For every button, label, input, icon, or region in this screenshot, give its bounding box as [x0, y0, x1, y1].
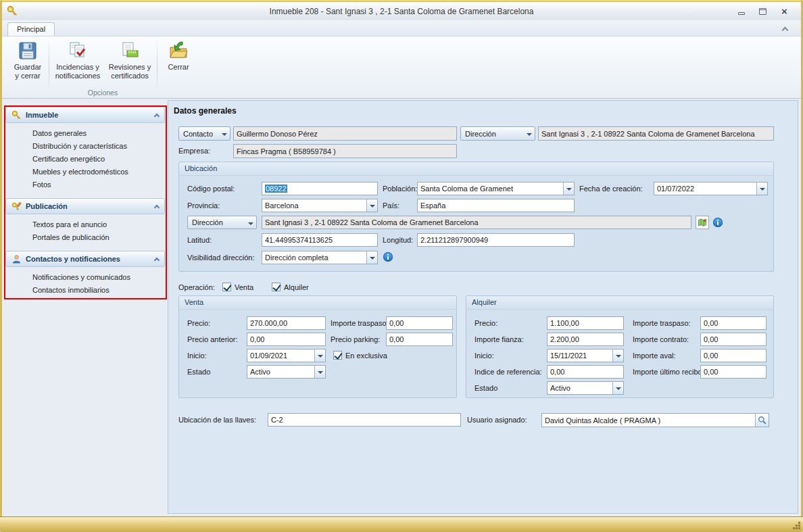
sidebar-item-contactos-inmobiliarios[interactable]: Contactos inmobiliarios — [5, 284, 165, 297]
sidebar-item-portales-publicacion[interactable]: Portales de publicación — [5, 231, 165, 244]
sidebar-group-contactos-notificaciones[interactable]: Contactos y notificaciones — [5, 251, 165, 267]
ribbon-collapse-button[interactable] — [777, 24, 793, 34]
direccion-selector-ubicacion[interactable]: Dirección — [187, 216, 257, 229]
dropdown-arrow-icon — [246, 216, 256, 228]
minimize-button[interactable] — [733, 5, 750, 17]
alquiler-group-title: Alquiler — [466, 296, 773, 310]
button-label: Revisiones y — [109, 63, 151, 72]
importe-aval-label: Importe aval: — [633, 349, 676, 362]
venta-inicio-date-select[interactable]: 01/09/2021 — [247, 349, 326, 362]
poblacion-select[interactable]: Santa Coloma de Gramenet — [417, 182, 575, 195]
incidencias-notificaciones-button[interactable]: Incidencias y notificaciones — [51, 39, 104, 87]
ubicacion-llaves-input[interactable]: C-2 — [268, 413, 461, 427]
direccion-value-field[interactable]: Sant Ignasi 3 , 2-1 08922 Santa Coloma d… — [538, 126, 774, 141]
venta-importe-traspaso-input[interactable]: 0,00 — [386, 316, 453, 330]
search-user-button[interactable] — [755, 414, 769, 427]
save-and-close-button[interactable]: Guardar y cerrar — [9, 39, 47, 87]
contacto-value-field[interactable]: Guillermo Donoso Pérez — [233, 126, 457, 141]
sidebar-item-datos-generales[interactable]: Datos generales — [5, 127, 165, 140]
alquiler-importe-traspaso-input[interactable]: 0,00 — [700, 316, 766, 330]
contacto-selector[interactable]: Contacto — [178, 126, 230, 141]
pais-input[interactable]: España — [417, 199, 575, 212]
importe-aval-input[interactable]: 0,00 — [700, 349, 766, 362]
button-label: Incidencias y — [56, 63, 99, 72]
venta-estado-select[interactable]: Activo — [247, 365, 326, 379]
venta-precio-parking-input[interactable]: 0,00 — [386, 333, 453, 346]
save-icon — [18, 41, 38, 61]
alquiler-precio-input[interactable]: 1.100,00 — [547, 316, 624, 330]
venta-precio-anterior-input[interactable]: 0,00 — [247, 333, 326, 346]
revisiones-certificados-button[interactable]: Revisiones y certificados — [105, 39, 155, 87]
sidebar-group-items: Textos para el anuncio Portales de publi… — [5, 214, 165, 251]
dropdown-arrow-icon — [314, 366, 325, 378]
minimize-icon — [738, 12, 745, 15]
ribbon-separator — [49, 41, 49, 95]
provincia-select[interactable]: Barcelona — [262, 199, 378, 212]
sidebar-item-muebles-electrodomesticos[interactable]: Muebles y electrodomésticos — [5, 166, 165, 178]
latitud-input[interactable]: 41.44995374113625 — [262, 233, 378, 247]
provincia-label: Provincia: — [187, 199, 220, 212]
tab-principal[interactable]: Principal — [7, 22, 55, 36]
alquiler-inicio-date-select[interactable]: 15/11/2021 — [547, 349, 624, 362]
map-button[interactable] — [696, 216, 709, 229]
codigo-postal-label: Código postal: — [187, 182, 235, 195]
alquiler-estado-select[interactable]: Activo — [547, 381, 624, 395]
dropdown-arrow-icon — [612, 382, 623, 394]
sidebar-item-notificaciones-comunicados[interactable]: Notificaciones y comunicados — [5, 271, 165, 284]
incidents-icon — [68, 41, 88, 61]
longitud-input[interactable]: 2.211212897900949 — [417, 233, 575, 247]
codigo-postal-input[interactable]: 08922 — [262, 182, 378, 195]
sidebar-group-title: Inmueble — [26, 111, 151, 119]
importe-contrato-input[interactable]: 0,00 — [700, 333, 766, 346]
resize-grip[interactable] — [792, 521, 800, 529]
button-label: Guardar — [14, 63, 41, 72]
direccion-selector[interactable]: Dirección — [460, 126, 535, 141]
venta-importe-traspaso-label: Importe traspaso: — [331, 316, 389, 330]
cerrar-button[interactable]: Cerrar — [160, 39, 197, 87]
dropdown-arrow-icon — [366, 251, 377, 264]
window-buttons: × — [733, 5, 793, 17]
fecha-creacion-select[interactable]: 01/07/2022 — [654, 182, 768, 195]
importe-ultimo-recibo-input[interactable]: 0,00 — [700, 365, 766, 379]
window-title: Inmueble 208 - Sant Ignasi 3 , 2-1 Santa… — [83, 7, 720, 16]
ubicacion-llaves-label: Ubicación de las llaves: — [178, 413, 256, 427]
close-icon: × — [781, 6, 787, 16]
importe-fianza-input[interactable]: 2.200,00 — [547, 333, 624, 346]
en-exclusiva-label: En exclusiva — [345, 349, 387, 362]
sidebar-item-distribucion-caracteristicas[interactable]: Distribución y características — [5, 140, 165, 153]
ribbon-group-caption: Opciones — [51, 89, 155, 97]
venta-checkbox[interactable] — [222, 283, 231, 291]
magnifier-icon — [758, 416, 766, 425]
close-button[interactable]: × — [776, 5, 793, 17]
empresa-field[interactable]: Fincas Pragma ( B58959784 ) — [233, 144, 457, 158]
sidebar-group-publicacion[interactable]: Publicación — [5, 198, 165, 214]
venta-precio-input[interactable]: 270.000,00 — [247, 316, 326, 330]
chevron-up-icon — [781, 27, 788, 34]
visibilidad-direccion-select[interactable]: Dirección completa — [262, 251, 378, 264]
indice-referencia-input[interactable]: 0,00 — [547, 365, 624, 379]
info-icon[interactable] — [383, 252, 393, 262]
sidebar-item-fotos[interactable]: Fotos — [5, 178, 165, 191]
en-exclusiva-checkbox[interactable] — [333, 351, 342, 360]
alquiler-importe-traspaso-label: Importe traspaso: — [633, 316, 691, 330]
alquiler-estado-label: Estado — [474, 381, 497, 395]
empresa-label: Empresa: — [178, 144, 210, 158]
sidebar-item-textos-anuncio[interactable]: Textos para el anuncio — [5, 218, 165, 231]
poblacion-label: Población: — [383, 182, 417, 195]
button-label: y cerrar — [15, 72, 40, 80]
alquiler-checkbox-label: Alquiler — [284, 281, 309, 294]
venta-group-title: Venta — [179, 296, 456, 310]
window-frame-top — [0, 0, 803, 2]
alquiler-inicio-value: 15/11/2021 — [548, 349, 612, 362]
page-title: Datos generales — [174, 106, 237, 116]
codigo-postal-value: 08922 — [265, 185, 287, 193]
sidebar-group-inmueble[interactable]: Inmueble — [5, 107, 165, 123]
usuario-asignado-field[interactable]: David Quintas Alcalde ( PRAGMA ) — [541, 413, 769, 427]
restore-button[interactable] — [754, 5, 771, 17]
key-icon — [7, 5, 18, 17]
provincia-value: Barcelona — [262, 199, 366, 212]
sidebar-item-certificado-energetico[interactable]: Certificado energético — [5, 153, 165, 166]
alquiler-checkbox[interactable] — [272, 283, 281, 291]
info-icon[interactable] — [713, 218, 723, 227]
direccion-completa-field[interactable]: Sant Ignasi 3 , 2-1 08922 Santa Coloma d… — [262, 216, 691, 229]
